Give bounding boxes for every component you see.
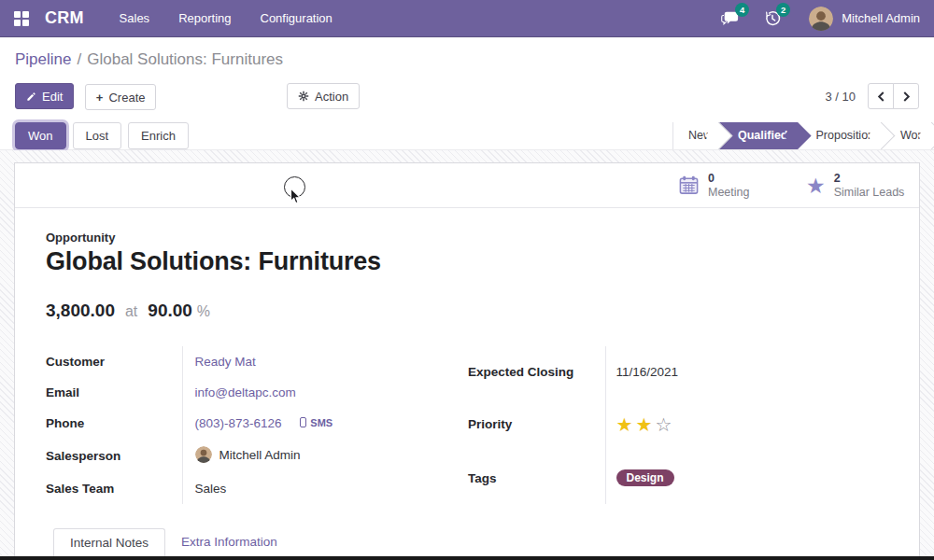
revenue-row: 3,800.00 at 90.00 % <box>46 301 874 321</box>
expected-closing-value[interactable]: 11/16/2021 <box>616 365 679 379</box>
expected-closing-row: Expected Closing 11/16/2021 <box>468 346 874 397</box>
field-groups: Customer Ready Mat Email info@deltapc.co… <box>46 346 874 504</box>
tags-label: Tags <box>468 452 605 504</box>
right-field-group: Expected Closing 11/16/2021 Priority ★★☆ <box>468 346 874 504</box>
sms-label: SMS <box>310 417 333 428</box>
email-label: Email <box>46 377 182 408</box>
menu-sales[interactable]: Sales <box>120 11 150 25</box>
breadcrumb: Pipeline / Global Solutions: Furnitures <box>0 46 934 74</box>
form-background: 0 Meeting ★ 2 Similar Leads Opportunity … <box>0 150 934 560</box>
sales-team-label: Sales Team <box>46 473 182 504</box>
phone-value-link[interactable]: (803)-873-6126 <box>195 416 282 430</box>
bottom-edge-bar <box>0 556 934 560</box>
user-avatar <box>809 7 833 31</box>
messages-button[interactable]: 4 <box>721 10 740 27</box>
similar-leads-stat-button[interactable]: ★ 2 Similar Leads <box>806 163 904 207</box>
menu-reporting[interactable]: Reporting <box>178 11 231 25</box>
button-box: 0 Meeting ★ 2 Similar Leads <box>15 163 919 208</box>
expected-closing-label: Expected Closing <box>468 346 605 397</box>
activities-button[interactable]: 2 <box>764 10 781 27</box>
sales-team-value[interactable]: Sales <box>195 482 227 496</box>
edit-button-label: Edit <box>42 90 63 104</box>
customer-label: Customer <box>46 346 182 377</box>
lost-button[interactable]: Lost <box>73 122 122 149</box>
mobile-phone-icon <box>300 417 306 427</box>
meeting-stat-button[interactable]: 0 Meeting <box>678 163 749 207</box>
navbar-right: 4 2 Mitchell Admin <box>697 7 920 31</box>
activities-badge: 2 <box>776 3 790 17</box>
calendar-icon <box>678 175 700 196</box>
opportunity-sheet: 0 Meeting ★ 2 Similar Leads Opportunity … <box>14 162 920 560</box>
sales-team-row: Sales Team Sales <box>46 473 468 504</box>
phone-row: Phone (803)-873-6126 SMS <box>46 408 468 439</box>
tag-design-badge: Design <box>616 469 674 486</box>
customer-row: Customer Ready Mat <box>46 346 468 377</box>
phone-label: Phone <box>46 408 182 439</box>
stage-new[interactable]: New <box>673 122 719 149</box>
action-button-label: Action <box>315 90 348 104</box>
star-empty-icon[interactable]: ☆ <box>655 414 674 435</box>
star-filled-icon[interactable]: ★ <box>635 414 655 435</box>
probability-value: 90.00 <box>148 301 192 321</box>
chevron-left-icon <box>877 91 885 102</box>
messages-badge: 4 <box>735 3 749 17</box>
email-value-link[interactable]: info@deltapc.com <box>195 385 296 399</box>
top-navbar: CRM Sales Reporting Configuration 4 2 Mi… <box>0 0 934 37</box>
pager-next-button[interactable] <box>893 83 919 109</box>
meeting-count: 0 <box>708 172 749 186</box>
gear-icon <box>298 91 309 102</box>
edit-button[interactable]: Edit <box>15 83 74 109</box>
star-filled-icon[interactable]: ★ <box>616 414 636 435</box>
similar-leads-count: 2 <box>834 172 905 186</box>
won-button[interactable]: Won <box>15 122 66 149</box>
crm-app-window: CRM Sales Reporting Configuration 4 2 Mi… <box>0 0 934 560</box>
record-type-label: Opportunity <box>46 231 874 245</box>
meeting-label: Meeting <box>708 186 749 200</box>
notebook-tabs: Internal Notes Extra Information <box>46 528 874 558</box>
user-menu[interactable]: Mitchell Admin <box>809 7 920 31</box>
pager-counter: 3 / 10 <box>825 90 856 104</box>
pencil-icon <box>26 91 36 102</box>
salesperson-label: Salesperson <box>46 439 182 473</box>
action-button[interactable]: Action <box>287 83 360 109</box>
pager: 3 / 10 <box>825 83 919 109</box>
stage-statusbar: New Qualified Proposition Won <box>672 122 934 149</box>
priority-label: Priority <box>468 397 605 452</box>
percent-sign: % <box>197 303 210 320</box>
priority-stars[interactable]: ★★☆ <box>616 414 675 435</box>
left-field-group: Customer Ready Mat Email info@deltapc.co… <box>46 346 468 504</box>
opportunity-title: Global Solutions: Furnitures <box>46 247 874 276</box>
menu-configuration[interactable]: Configuration <box>261 11 333 25</box>
at-label: at <box>125 303 137 320</box>
apps-menu-icon[interactable] <box>14 11 29 26</box>
create-button[interactable]: + Create <box>85 84 157 110</box>
expected-revenue: 3,800.00 <box>46 301 115 321</box>
customer-value-link[interactable]: Ready Mat <box>195 355 256 369</box>
salesperson-avatar <box>195 446 212 463</box>
sheet-body: Opportunity Global Solutions: Furnitures… <box>15 208 919 558</box>
plus-icon: + <box>96 91 104 105</box>
similar-leads-label: Similar Leads <box>834 186 905 200</box>
breadcrumb-current: Global Solutions: Furnitures <box>87 50 283 69</box>
salesperson-value[interactable]: Mitchell Admin <box>219 448 301 462</box>
breadcrumb-separator: / <box>78 50 82 69</box>
tab-extra-information[interactable]: Extra Information <box>165 528 293 557</box>
priority-row: Priority ★★☆ <box>468 397 874 452</box>
app-name[interactable]: CRM <box>45 8 84 28</box>
status-row: Won Lost Enrich New Qualified Propositio… <box>0 122 934 149</box>
create-button-label: Create <box>108 91 145 105</box>
action-buttons-row: Edit + Create Action 3 / 10 <box>0 83 934 109</box>
salesperson-row: Salesperson Mitchell Admin <box>46 439 468 473</box>
enrich-button[interactable]: Enrich <box>128 122 189 149</box>
breadcrumb-pipeline-link[interactable]: Pipeline <box>15 50 72 69</box>
similar-leads-star-icon: ★ <box>806 175 826 196</box>
control-panel: Pipeline / Global Solutions: Furnitures … <box>0 37 934 150</box>
tab-internal-notes[interactable]: Internal Notes <box>53 528 165 557</box>
sms-button[interactable]: SMS <box>300 417 333 428</box>
chevron-right-icon <box>902 91 911 102</box>
user-name: Mitchell Admin <box>842 11 920 25</box>
email-row: Email info@deltapc.com <box>46 377 468 408</box>
pager-previous-button[interactable] <box>868 83 894 109</box>
tags-row: Tags Design <box>468 452 874 504</box>
